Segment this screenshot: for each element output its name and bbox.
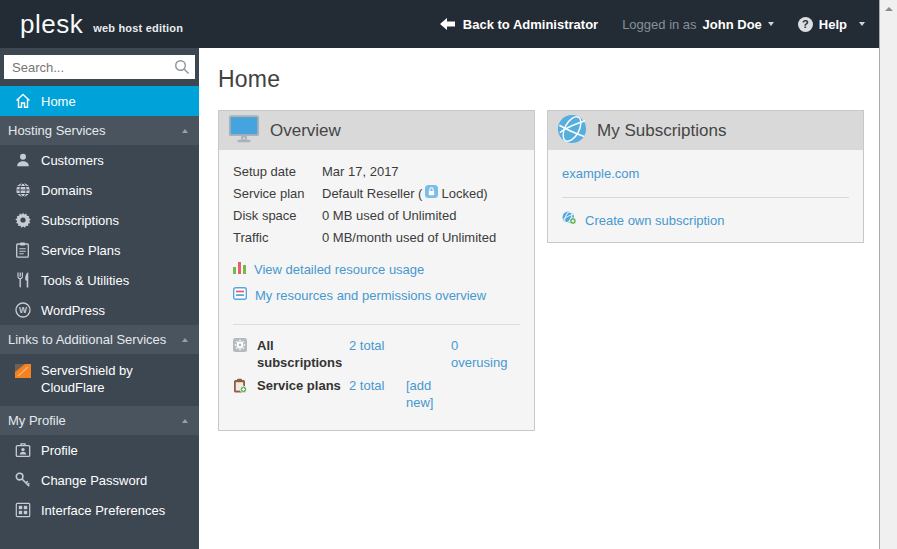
detail-label: Traffic <box>233 227 322 249</box>
totals-label: Service plans <box>257 377 349 394</box>
resources-permissions-row: My resources and permissions overview <box>233 282 520 308</box>
sidebar-item-domains[interactable]: Domains <box>0 175 199 205</box>
subscriptions-total-link[interactable]: 2 total <box>349 338 384 353</box>
section-label: Hosting Services <box>8 123 106 138</box>
totals-count: 2 total <box>349 337 406 354</box>
page-scrollbar[interactable] <box>879 0 897 549</box>
scroll-up-arrow-icon <box>885 7 893 11</box>
person-icon <box>14 152 31 169</box>
add-new-plan-link[interactable]: [add new] <box>406 378 433 410</box>
bar-chart-icon <box>233 260 246 278</box>
plesk-logo-edition: web host edition <box>93 15 183 34</box>
resources-permissions-link[interactable]: My resources and permissions overview <box>255 288 486 303</box>
sidebar-item-label: Change Password <box>41 473 147 488</box>
totals-extra: [add new] <box>406 377 451 411</box>
totals-label: All subscriptions <box>257 337 349 371</box>
sidebar-item-label: Service Plans <box>41 243 120 258</box>
service-plans-row: Service plans 2 total [add new] <box>233 377 520 411</box>
search-input[interactable] <box>4 55 195 79</box>
plesk-logo[interactable]: plesk web host edition <box>20 11 183 37</box>
detail-value: 0 MB used of Unlimited <box>322 205 456 227</box>
collapse-arrow-icon <box>182 129 188 133</box>
domain-link[interactable]: example.com <box>562 166 639 181</box>
home-icon <box>14 93 31 110</box>
my-subscriptions-card-header: My Subscriptions <box>548 111 863 150</box>
sidebar-item-label: Customers <box>41 153 104 168</box>
collapse-arrow-icon <box>182 419 188 423</box>
lock-icon <box>425 183 438 205</box>
back-to-administrator-link[interactable]: Back to Administrator <box>439 16 598 33</box>
globe-icon <box>557 114 587 148</box>
scroll-up-button[interactable] <box>880 0 897 17</box>
sidebar-item-service-plans[interactable]: Service Plans <box>0 235 199 265</box>
sidebar-item-label: WordPress <box>41 303 105 318</box>
section-label: Links to Additional Services <box>8 332 166 347</box>
user-name: John Doe <box>703 17 762 32</box>
logged-in-as-label: Logged in as <box>622 17 696 32</box>
globe-plus-icon <box>562 211 577 229</box>
sidebar-item-label: Interface Preferences <box>41 503 165 518</box>
subscriptions-divider <box>562 197 849 198</box>
sidebar-item-label: Home <box>41 94 76 109</box>
view-resource-usage-link[interactable]: View detailed resource usage <box>254 262 424 277</box>
globe-icon <box>14 182 31 199</box>
detail-value: Default Reseller ( Locked) <box>322 183 488 205</box>
topbar-actions: Back to Administrator Logged in as John … <box>439 16 865 33</box>
clipboard-plus-icon <box>233 377 257 397</box>
sidebar-item-change-password[interactable]: Change Password <box>0 465 199 495</box>
overview-divider <box>233 324 520 325</box>
sidebar-item-tools-utilities[interactable]: Tools & Utilities <box>0 265 199 295</box>
help-question-icon: ? <box>798 17 813 32</box>
chevron-down-icon <box>859 22 865 26</box>
sidebar-item-wordpress[interactable]: W WordPress <box>0 295 199 325</box>
gear-icon <box>14 212 31 229</box>
user-menu[interactable]: Logged in as John Doe <box>622 17 774 32</box>
sidebar-item-interface-preferences[interactable]: Interface Preferences <box>0 495 199 525</box>
sidebar-section-my-profile[interactable]: My Profile <box>0 406 199 435</box>
grid-icon <box>14 502 31 519</box>
help-menu[interactable]: ? Help <box>798 17 865 32</box>
plesk-logo-text: plesk <box>20 11 83 37</box>
detail-value: Mar 17, 2017 <box>322 161 399 183</box>
cards-row: Overview Setup date Mar 17, 2017 Service… <box>218 110 867 431</box>
overview-card-body: Setup date Mar 17, 2017 Service plan Def… <box>219 150 534 430</box>
clipboard-icon <box>14 242 31 259</box>
sidebar-item-label: Subscriptions <box>41 213 119 228</box>
monitor-icon <box>228 114 260 147</box>
overview-card-header: Overview <box>219 111 534 150</box>
my-subscriptions-card-title: My Subscriptions <box>597 121 726 141</box>
create-subscription-row: Create own subscription <box>562 211 849 229</box>
sidebar-section-additional-services[interactable]: Links to Additional Services <box>0 325 199 354</box>
sidebar-item-label: ServerShield by CloudFlare <box>41 362 153 396</box>
all-subscriptions-row: All subscriptions 2 total 0 overusing <box>233 337 520 371</box>
my-subscriptions-card: My Subscriptions example.com Create own … <box>547 110 864 243</box>
utensils-icon <box>14 272 31 289</box>
locked-label: Locked) <box>441 183 487 205</box>
sidebar-item-profile[interactable]: Profile <box>0 435 199 465</box>
detail-label: Disk space <box>233 205 322 227</box>
detail-row-traffic: Traffic 0 MB/month used of Unlimited <box>233 227 520 249</box>
sidebar-item-home[interactable]: Home <box>0 86 199 116</box>
detail-value: 0 MB/month used of Unlimited <box>322 227 496 249</box>
sidebar-search <box>4 55 195 79</box>
sidebar-item-label: Profile <box>41 443 78 458</box>
badge-icon <box>14 442 31 459</box>
sidebar-section-hosting-services[interactable]: Hosting Services <box>0 116 199 145</box>
service-plans-total-link[interactable]: 2 total <box>349 378 384 393</box>
overview-card: Overview Setup date Mar 17, 2017 Service… <box>218 110 535 431</box>
overview-links: View detailed resource usage My resource… <box>233 256 520 308</box>
resources-list-icon <box>233 286 247 304</box>
resource-usage-row: View detailed resource usage <box>233 256 520 282</box>
svg-text:W: W <box>18 305 27 315</box>
detail-row-disk-space: Disk space 0 MB used of Unlimited <box>233 205 520 227</box>
service-plan-value: Default Reseller ( <box>322 183 422 205</box>
sidebar-item-subscriptions[interactable]: Subscriptions <box>0 205 199 235</box>
totals-count: 2 total <box>349 377 406 394</box>
sidebar-item-label: Domains <box>41 183 92 198</box>
overusing-link[interactable]: 0 overusing <box>451 338 507 370</box>
create-subscription-link[interactable]: Create own subscription <box>585 213 724 228</box>
help-label: Help <box>819 17 847 32</box>
sidebar-item-servershield[interactable]: ServerShield by CloudFlare <box>0 354 199 406</box>
sidebar-item-customers[interactable]: Customers <box>0 145 199 175</box>
section-label: My Profile <box>8 413 66 428</box>
